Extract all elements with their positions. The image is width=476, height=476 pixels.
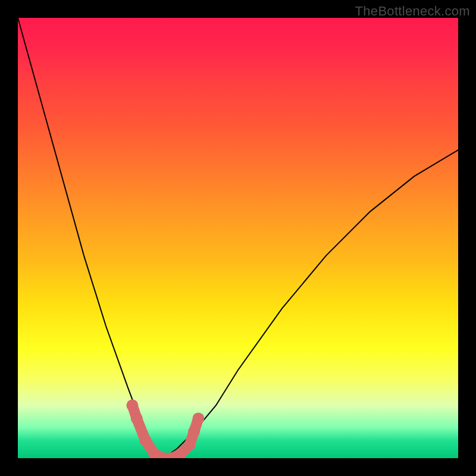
valley-marker-dot	[126, 399, 138, 411]
valley-marker-dot	[148, 448, 160, 458]
chart-svg	[18, 18, 458, 458]
valley-marker-dot	[184, 439, 196, 451]
chart-frame: TheBottleneck.com	[0, 0, 476, 476]
valley-marker-dot	[140, 434, 152, 446]
valley-marker-dot	[166, 452, 178, 458]
watermark-text: TheBottleneck.com	[355, 4, 470, 19]
valley-marker-dot	[192, 412, 204, 424]
valley-marker-dot	[157, 452, 169, 458]
valley-marker-dots	[126, 399, 204, 458]
valley-marker-dot	[131, 412, 143, 424]
valley-marker-dot	[188, 426, 200, 438]
valley-marker-stroke	[132, 405, 198, 458]
curve-right	[163, 150, 458, 458]
valley-marker-dot	[175, 448, 187, 458]
curve-left	[18, 18, 163, 458]
plot-area	[18, 18, 458, 458]
